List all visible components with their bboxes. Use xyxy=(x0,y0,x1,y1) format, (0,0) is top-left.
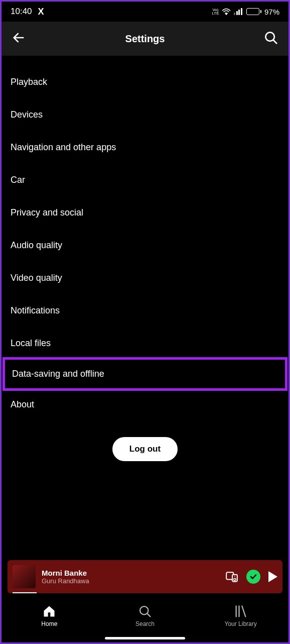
nav-home[interactable]: Home xyxy=(19,604,79,627)
play-button[interactable] xyxy=(268,571,277,582)
nav-library[interactable]: Your Library xyxy=(211,604,271,627)
settings-item-navigation[interactable]: Navigation and other apps xyxy=(2,131,288,164)
status-right: Vo)LTE 97% xyxy=(212,8,279,16)
status-left: 10:40 X xyxy=(11,7,44,17)
settings-item-privacy[interactable]: Privacy and social xyxy=(2,196,288,229)
settings-list: Playback Devices Navigation and other ap… xyxy=(2,56,288,461)
logout-button[interactable]: Log out xyxy=(112,437,178,461)
volte-indicator: Vo)LTE xyxy=(212,8,219,15)
track-info: Morni Banke Guru Randhawa xyxy=(42,569,219,585)
search-button[interactable] xyxy=(263,30,278,47)
x-app-icon: X xyxy=(38,7,44,17)
svg-point-0 xyxy=(226,14,227,15)
settings-item-about[interactable]: About xyxy=(2,388,288,421)
nav-library-label: Your Library xyxy=(225,620,257,627)
header-bar: Settings xyxy=(2,22,288,56)
battery-icon xyxy=(246,8,261,15)
search-icon xyxy=(138,604,152,618)
page-title: Settings xyxy=(125,33,165,45)
wifi-icon xyxy=(222,8,231,15)
bottom-nav: Home Search Your Library xyxy=(2,597,288,642)
status-time: 10:40 xyxy=(11,7,32,17)
settings-item-playback[interactable]: Playback xyxy=(2,66,288,98)
battery-percent: 97% xyxy=(264,8,279,16)
now-playing-bar[interactable]: Morni Banke Guru Randhawa xyxy=(8,560,282,593)
track-title: Morni Banke xyxy=(42,569,219,577)
nav-home-label: Home xyxy=(41,620,57,627)
downloaded-check-icon[interactable] xyxy=(246,570,260,584)
album-art xyxy=(13,565,36,588)
signal-icon xyxy=(234,8,242,15)
devices-icon[interactable] xyxy=(225,570,238,583)
back-button[interactable] xyxy=(12,31,26,47)
settings-item-local-files[interactable]: Local files xyxy=(2,327,288,360)
track-artist: Guru Randhawa xyxy=(42,577,219,585)
home-indicator[interactable] xyxy=(105,637,185,639)
playback-progress xyxy=(13,592,37,593)
settings-item-data-saving[interactable]: Data-saving and offline xyxy=(3,357,287,391)
nav-search[interactable]: Search xyxy=(115,604,175,627)
status-bar: 10:40 X Vo)LTE 97% xyxy=(2,2,288,22)
settings-item-devices[interactable]: Devices xyxy=(2,98,288,131)
library-icon xyxy=(234,604,248,618)
settings-item-video-quality[interactable]: Video quality xyxy=(2,262,288,294)
settings-item-audio-quality[interactable]: Audio quality xyxy=(2,229,288,262)
now-playing-controls xyxy=(225,570,277,584)
home-icon xyxy=(42,604,56,618)
settings-item-notifications[interactable]: Notifications xyxy=(2,294,288,327)
svg-point-5 xyxy=(234,576,235,577)
settings-item-car[interactable]: Car xyxy=(2,164,288,196)
nav-search-label: Search xyxy=(135,620,155,627)
